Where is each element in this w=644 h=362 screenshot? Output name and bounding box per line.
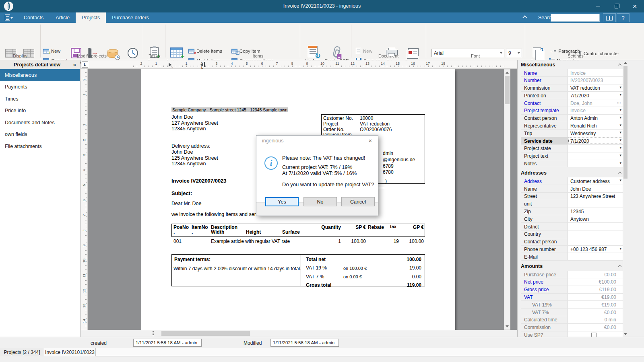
dropdown-arrow-icon[interactable] [619,153,621,157]
search-input[interactable] [551,14,600,22]
properties-scrollbar[interactable] [623,60,628,337]
document-vertical-scrollbar[interactable] [504,69,510,330]
dropdown-arrow-icon[interactable] [619,108,621,112]
sidebar-item[interactable]: Price info [0,105,80,117]
ruler-number: 8 [82,228,86,234]
property-value[interactable]: €100.00 [568,278,623,286]
vertical-ruler[interactable]: 211234567891011121314 [81,69,88,337]
dropdown-arrow-icon[interactable] [619,247,621,251]
bottom-tab[interactable]: Projects [2 / 344] [0,348,44,356]
property-value[interactable]: €19.00 [568,294,623,301]
menu-tab[interactable]: Projects [76,12,106,23]
scrollbar-thumb[interactable] [161,331,250,336]
property-value[interactable] [568,238,623,245]
property-value[interactable]: 0 min [568,316,623,323]
restore-button[interactable] [607,0,625,12]
scroll-up-icon[interactable] [624,62,627,64]
sidebar-item[interactable]: Documents and Notes [0,117,80,129]
search-button[interactable] [603,13,616,22]
section-header[interactable]: Amounts [521,263,623,271]
collapse-search-icon[interactable] [522,15,527,20]
scrollbar-thumb[interactable] [505,76,510,104]
property-value[interactable]: +00 123 456 987 [568,246,623,253]
horizontal-ruler[interactable]: 21123456789101112131415161718 L → L [81,60,517,69]
property-value[interactable]: VAT reduction [568,84,623,92]
property-value[interactable]: Invoice [568,107,623,114]
property-value[interactable]: €0.00 [568,309,623,316]
scrollbar-thumb[interactable] [623,66,627,179]
document-horizontal-scrollbar[interactable] [81,330,517,337]
dropdown-arrow-icon[interactable] [619,115,621,119]
property-value[interactable]: 7/1/2020 [568,137,623,144]
close-button[interactable] [625,0,644,12]
dropdown-arrow-icon[interactable] [619,130,621,134]
dropdown-arrow-icon[interactable] [619,85,621,89]
sidebar-item[interactable]: Miscellaneous [0,69,80,81]
property-value[interactable]: 123 Anywhere Street [568,193,623,200]
property-label: Street [521,193,568,200]
dropdown-arrow-icon[interactable] [619,161,621,165]
dropdown-arrow-icon[interactable] [619,123,621,127]
info-row: Order No. O202006/0076 [322,127,425,133]
property-value[interactable]: €19.00 [568,301,623,308]
property-value[interactable]: 7/1/2020 [568,92,623,99]
property-value[interactable] [568,223,623,230]
splitter-grip[interactable] [153,331,154,336]
collapse-chevron-icon[interactable] [618,172,621,175]
sidebar-item[interactable]: Times [0,93,80,105]
property-value[interactable]: €0.00 [568,324,623,331]
property-value[interactable]: Wednesday [568,130,623,137]
dialog-close-button[interactable] [367,137,374,144]
dropdown-arrow-icon[interactable] [619,178,621,182]
dropdown-arrow-icon[interactable] [619,138,621,142]
property-value[interactable] [568,200,623,208]
dropdown-arrow-icon[interactable] [619,93,621,97]
property-value[interactable] [568,160,623,167]
cancel-button[interactable]: Cancel [341,197,375,206]
property-value[interactable] [568,152,623,160]
ruler-number: 12 [350,62,355,66]
minimize-button[interactable] [588,0,607,12]
dropdown-arrow-icon[interactable] [619,146,621,150]
property-value[interactable]: Customer address [568,177,623,185]
sidebar-item[interactable]: own fields [0,129,80,141]
scroll-down-icon[interactable] [624,333,627,335]
section-header[interactable]: Addresses [521,170,623,177]
menu-tab[interactable]: Contacts [18,12,50,23]
ruler-number: 6 [260,62,264,66]
collapse-chevron-icon[interactable] [618,265,621,268]
property-value[interactable]: Ronald Rich [568,122,623,130]
property-value[interactable] [568,331,623,337]
ellipsis-button[interactable] [617,99,621,104]
property-value[interactable]: €0.00 [568,271,623,278]
property-value[interactable]: Invoice [568,69,623,76]
no-button[interactable]: No [303,197,337,206]
property-value[interactable]: €119.00 [568,286,623,293]
property-value[interactable]: Anton Admin [568,115,623,122]
scroll-down-icon[interactable] [506,325,509,327]
margin-marker[interactable] [204,62,205,67]
property-value[interactable] [568,230,623,238]
tab-selector[interactable]: L [82,61,88,68]
bottom-tab[interactable]: Invoice IV202101/0023 [44,348,96,356]
property-value[interactable]: 12345 [568,208,623,215]
yes-button[interactable]: Yes [265,197,299,206]
property-row: Trip Wednesday [521,130,623,137]
main-menu-icon[interactable] [5,14,10,21]
sidebar-item[interactable]: File attachments [0,140,80,152]
collapse-chevron-icon[interactable] [618,64,621,67]
help-button[interactable]: ? [617,13,630,22]
tab-arrow-marker: → [170,66,173,69]
section-header[interactable]: Miscellaneous [521,62,623,69]
property-value[interactable]: Anytown [568,215,623,222]
property-value[interactable]: IV202007/0023 [568,77,623,84]
property-value[interactable] [568,253,623,260]
property-value[interactable] [568,145,623,152]
menu-tab[interactable]: Article [50,12,76,23]
sidebar-item[interactable]: Payments [0,81,80,93]
group-label-settings: Settings [526,53,625,58]
property-value[interactable]: Doe, John [568,99,623,107]
scroll-up-icon[interactable] [506,72,509,74]
property-value[interactable]: John Doe [568,185,623,192]
menu-tab[interactable]: Purchase orders [106,12,155,23]
